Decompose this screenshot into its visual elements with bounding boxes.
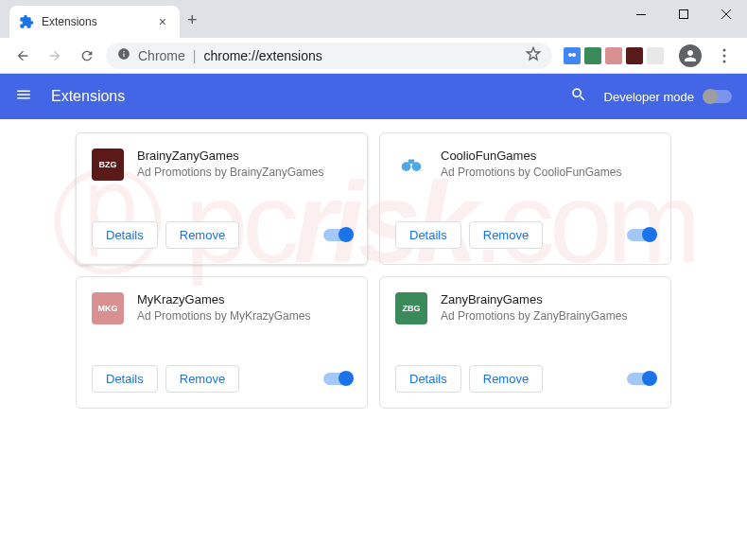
url-toolbar: Chrome | chrome://extensions <box>0 38 747 74</box>
search-icon[interactable] <box>570 86 587 107</box>
extension-card: MKG MyKrazyGames Ad Promotions by MyKraz… <box>76 276 368 409</box>
extension-logo <box>395 149 427 181</box>
extension-toggle[interactable] <box>323 373 352 385</box>
extension-logo: BZG <box>92 149 124 181</box>
svg-point-6 <box>723 60 726 62</box>
extension-logo: MKG <box>92 292 124 324</box>
remove-button[interactable]: Remove <box>469 221 543 249</box>
extension-description: Ad Promotions by ZanyBrainyGames <box>441 309 655 323</box>
remove-button[interactable]: Remove <box>165 365 239 393</box>
extension-description: Ad Promotions by CoolioFunGames <box>441 166 655 179</box>
reload-button[interactable] <box>74 43 100 69</box>
tab-close-button[interactable]: × <box>155 14 170 29</box>
profile-avatar[interactable] <box>679 44 702 67</box>
minimize-button[interactable] <box>619 0 662 28</box>
svg-point-2 <box>568 53 572 57</box>
menu-icon[interactable] <box>15 86 32 107</box>
back-button[interactable] <box>9 43 36 69</box>
extension-logo: ZBG <box>395 292 427 324</box>
extension-description: Ad Promotions by BrainyZanyGames <box>137 166 352 179</box>
forward-button[interactable] <box>42 43 68 69</box>
close-window-button[interactable] <box>704 0 747 28</box>
address-prefix: Chrome <box>138 48 185 63</box>
developer-mode-label: Developer mode <box>604 90 694 104</box>
chrome-menu-button[interactable] <box>711 48 738 63</box>
new-tab-button[interactable]: + <box>187 10 198 30</box>
tab-title: Extensions <box>42 15 155 28</box>
extension-card: ZBG ZanyBrainyGames Ad Promotions by Zan… <box>379 276 671 409</box>
extension-description: Ad Promotions by MyKrazyGames <box>137 309 352 323</box>
page-title: Extensions <box>51 88 570 105</box>
details-button[interactable]: Details <box>395 221 461 249</box>
toolbar-ext-icon[interactable] <box>626 47 643 64</box>
extension-toolbar-icons <box>564 47 664 64</box>
window-controls <box>619 0 747 28</box>
extension-name: ZanyBrainyGames <box>441 292 655 306</box>
svg-rect-0 <box>636 14 646 15</box>
address-bar[interactable]: Chrome | chrome://extensions <box>106 43 552 69</box>
extension-toggle[interactable] <box>627 373 655 385</box>
extension-toggle[interactable] <box>323 229 352 241</box>
puzzle-icon <box>19 14 34 29</box>
details-button[interactable]: Details <box>92 365 158 393</box>
extensions-header: Extensions Developer mode <box>0 74 747 119</box>
svg-point-5 <box>723 54 726 57</box>
extension-name: CoolioFunGames <box>441 149 655 163</box>
details-button[interactable]: Details <box>92 221 158 249</box>
extension-card: CoolioFunGames Ad Promotions by CoolioFu… <box>379 132 671 265</box>
svg-rect-9 <box>408 160 415 164</box>
extension-name: BrainyZanyGames <box>137 149 352 163</box>
browser-tab[interactable]: Extensions × <box>9 6 180 38</box>
window-titlebar: Extensions × + <box>0 0 747 38</box>
extension-name: MyKrazyGames <box>137 292 352 306</box>
toolbar-ext-icon[interactable] <box>605 47 622 64</box>
svg-point-4 <box>723 48 726 51</box>
toolbar-ext-icon[interactable] <box>564 47 581 64</box>
svg-rect-1 <box>679 10 687 19</box>
extension-toggle[interactable] <box>627 229 655 241</box>
extensions-grid: BZG BrainyZanyGames Ad Promotions by Bra… <box>0 119 747 422</box>
details-button[interactable]: Details <box>395 365 461 393</box>
remove-button[interactable]: Remove <box>469 365 543 393</box>
maximize-button[interactable] <box>662 0 704 28</box>
remove-button[interactable]: Remove <box>165 221 239 249</box>
bookmark-star-icon[interactable] <box>526 46 541 65</box>
toolbar-ext-icon[interactable] <box>647 47 664 64</box>
address-url: chrome://extensions <box>203 48 321 63</box>
toolbar-ext-icon[interactable] <box>584 47 601 64</box>
extension-card: BZG BrainyZanyGames Ad Promotions by Bra… <box>76 132 368 265</box>
svg-point-3 <box>572 53 576 57</box>
developer-mode-toggle[interactable] <box>704 90 732 103</box>
info-icon <box>117 47 130 64</box>
